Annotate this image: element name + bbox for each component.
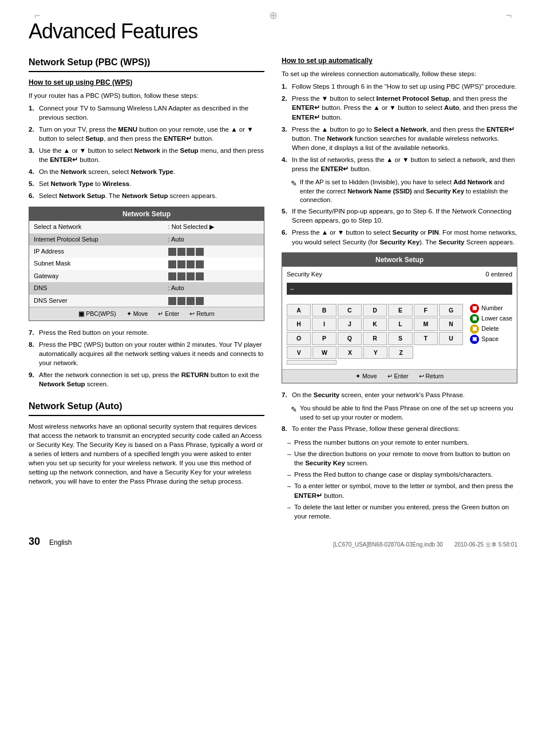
key-F[interactable]: F [414, 304, 438, 317]
how-to-auto-intro: To set up the wireless connection automa… [282, 69, 517, 78]
how-to-auto-steps-5-6: 5. If the Security/PIN pop-up appears, g… [282, 207, 517, 246]
table-row: Gateway [29, 270, 264, 282]
step-8: 8. Press the PBC (WPS) button on your ro… [29, 340, 264, 367]
table-row: DNS : Auto [29, 282, 264, 294]
key-M[interactable]: M [414, 318, 438, 331]
network-setup-table: Select a Network : Not Selected ▶ Intern… [29, 221, 264, 307]
note-block-7: ✎ You should be able to find the Pass Ph… [291, 404, 517, 422]
network-setup-box: Network Setup Select a Network : Not Sel… [29, 207, 264, 321]
action-number-label: Number [481, 304, 503, 312]
network-box-footer: ▣ PBC(WPS) ✦ Move ↵ Enter ↩ Return [29, 307, 264, 320]
keyboard-row-4: V W X Y Z [287, 346, 463, 365]
page-number: 30 [29, 535, 40, 549]
blue-button-icon[interactable]: ▣ [470, 335, 479, 344]
key-R[interactable]: R [363, 332, 387, 345]
key-U[interactable]: U [439, 332, 463, 345]
key-D[interactable]: D [363, 304, 387, 317]
dns-server-pixel-block [168, 297, 204, 305]
key-V[interactable]: V [287, 346, 311, 359]
pbc-wps-intro: If your router has a PBC (WPS) button, f… [29, 91, 264, 100]
key-P[interactable]: P [312, 332, 336, 345]
security-key-label: Security Key [287, 270, 322, 279]
key-Q[interactable]: Q [338, 332, 362, 345]
step-1: 1. Connect your TV to Samsung Wireless L… [29, 104, 264, 122]
key-S[interactable]: S [388, 332, 412, 345]
auto-step-1: 1. Follow Steps 1 through 6 in the "How … [282, 82, 517, 91]
right-column: How to set up automatically To set up th… [282, 56, 517, 523]
auto-step-6: 6. Press the ▲ or ▼ button to select Sec… [282, 228, 517, 246]
key-X[interactable]: X [338, 346, 362, 359]
key-G[interactable]: G [439, 304, 463, 317]
step-2: 2. Turn on your TV, press the MENU butto… [29, 125, 264, 143]
direction-4: To a enter letter or symbol, move to the… [287, 481, 517, 500]
sec-move-item: ✦ Move [355, 372, 377, 381]
step-4: 4. On the Network screen, select Network… [29, 167, 264, 176]
gateway-pixel-block [168, 272, 204, 280]
network-auto-title: Network Setup (Auto) [29, 400, 264, 413]
note-pencil-icon: ✎ [291, 179, 297, 189]
page-file-info: [LC670_USA]BN68-02870A-03Eng.indb 30 [333, 541, 443, 549]
action-lowercase: ▣ Lower case [470, 314, 512, 323]
action-space: ▣ Space [470, 335, 512, 344]
key-Z[interactable]: Z [389, 346, 413, 359]
security-key-row: Security Key 0 entered [287, 270, 512, 279]
key-A[interactable]: A [287, 304, 311, 317]
key-Y[interactable]: Y [363, 346, 388, 359]
action-lowercase-label: Lower case [481, 314, 512, 323]
how-to-auto-step-8: 8. To enter the Pass Phrase, follow thes… [282, 424, 517, 433]
keyboard-row-2: H I J K L M N [287, 318, 463, 331]
key-E[interactable]: E [388, 304, 412, 317]
move-footer-item: ✦ Move [126, 310, 148, 318]
keyboard-keys: A B C D E F G H I J K [287, 304, 463, 366]
key-C[interactable]: C [338, 304, 362, 317]
yellow-button-icon[interactable]: ▣ [470, 324, 479, 334]
key-W[interactable]: W [312, 346, 337, 359]
security-box-footer: ✦ Move ↵ Enter ↩ Return [282, 369, 517, 383]
red-button-icon[interactable]: ▣ [470, 304, 479, 313]
auto-step-4: 4. In the list of networks, press the ▲ … [282, 155, 517, 173]
key-L[interactable]: L [388, 318, 412, 331]
keyboard-row-1: A B C D E F G [287, 304, 463, 317]
key-O[interactable]: O [287, 332, 311, 345]
green-button-icon[interactable]: ▣ [470, 314, 479, 323]
direction-5: To delete the last letter or number you … [287, 502, 517, 521]
keyboard-actions: ▣ Number ▣ Lower case ▣ Delete ▣ [470, 304, 512, 366]
auto-step-3: 3. Press the ▲ button to go to Select a … [282, 125, 517, 152]
note-pencil-7-icon: ✎ [291, 405, 297, 415]
key-I[interactable]: I [312, 318, 336, 331]
page-date-info: 2010-06-25 오후 5:58:01 [454, 541, 517, 549]
direction-2: Use the direction buttons on your remote… [287, 449, 517, 468]
page-language: English [49, 538, 72, 548]
sec-return-item: ↩ Return [419, 372, 444, 381]
network-setup-box-title: Network Setup [29, 207, 264, 221]
ip-pixel-block [168, 248, 204, 256]
pbc-wps-steps-7-9: 7. Press the Red button on your remote. … [29, 328, 264, 389]
key-T[interactable]: T [414, 332, 438, 345]
page-file-area: [LC670_USA]BN68-02870A-03Eng.indb 30 201… [333, 541, 517, 549]
key-K[interactable]: K [363, 318, 387, 331]
note-block-4: ✎ If the AP is set to Hidden (Invisible)… [291, 178, 517, 204]
key-J[interactable]: J [338, 318, 362, 331]
security-box-inner: Security Key 0 entered – A B C D [282, 267, 517, 369]
auto-step-5: 5. If the Security/PIN pop-up appears, g… [282, 207, 517, 225]
table-row: IP Address [29, 246, 264, 258]
step-3: 3. Use the ▲ or ▼ button to select Netwo… [29, 146, 264, 164]
page-number-area: 30 English [29, 535, 72, 549]
pbc-wps-section-header: Network Setup (PBC (WPS)) [29, 56, 264, 72]
pbc-wps-title: Network Setup (PBC (WPS)) [29, 56, 264, 69]
security-input-value: – [290, 284, 294, 293]
key-B[interactable]: B [312, 304, 336, 317]
key-H[interactable]: H [287, 318, 311, 331]
direction-3: Press the Red button to change case or d… [287, 470, 517, 479]
key-space[interactable] [287, 360, 337, 365]
network-auto-body: Most wireless networks have an optional … [29, 422, 264, 486]
security-setup-box: Network Setup Security Key 0 entered – A… [282, 252, 517, 383]
pbc-wps-steps-list: 1. Connect your TV to Samsung Wireless L… [29, 104, 264, 201]
entered-count: 0 entered [486, 270, 512, 279]
auto-step-8: 8. To enter the Pass Phrase, follow thes… [282, 424, 517, 433]
key-N[interactable]: N [439, 318, 463, 331]
security-input-bar: – [287, 283, 512, 295]
network-auto-section-header: Network Setup (Auto) [29, 400, 264, 415]
action-delete: ▣ Delete [470, 324, 512, 334]
how-to-auto-steps-7-8: 7. On the Security screen, enter your ne… [282, 390, 517, 399]
